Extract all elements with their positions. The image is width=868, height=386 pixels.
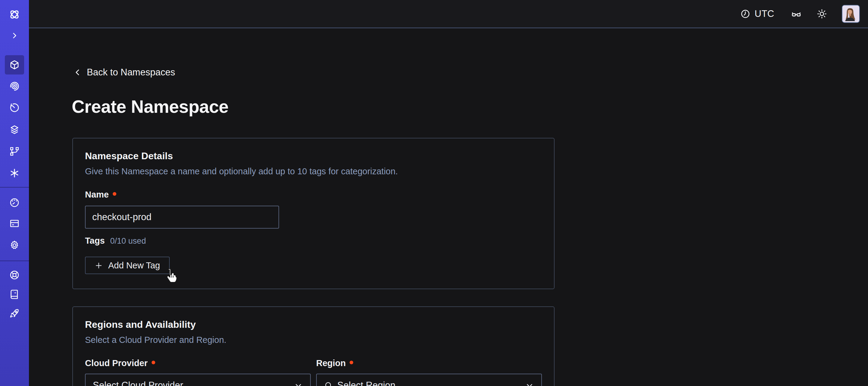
- region-label: Region: [316, 358, 346, 368]
- tags-label-row: Tags 0/10 used: [85, 236, 542, 246]
- back-to-namespaces-link[interactable]: Back to Namespaces: [73, 67, 175, 78]
- rocket-icon[interactable]: [9, 308, 20, 319]
- required-dot: [113, 192, 116, 196]
- cube-icon[interactable]: [9, 59, 20, 70]
- card-title: Regions and Availability: [85, 319, 542, 330]
- plus-icon: [95, 262, 103, 270]
- add-new-tag-label: Add New Tag: [108, 261, 160, 270]
- timezone-label: UTC: [755, 8, 774, 19]
- chevron-down-icon: [525, 381, 534, 386]
- region-label-row: Region: [316, 358, 542, 368]
- name-label: Name: [85, 190, 109, 200]
- region-select[interactable]: Select Region: [316, 374, 542, 386]
- layers-icon[interactable]: [9, 124, 20, 135]
- regions-availability-card: Regions and Availability Select a Cloud …: [72, 306, 555, 386]
- chevron-left-icon: [73, 68, 82, 77]
- back-link-label: Back to Namespaces: [87, 67, 175, 78]
- namespace-details-card: Namespace Details Give this Namespace a …: [72, 138, 555, 289]
- gear-icon[interactable]: [9, 240, 20, 250]
- asterisk-icon[interactable]: [9, 168, 20, 179]
- card-subtitle: Select a Cloud Provider and Region.: [85, 335, 542, 345]
- tags-counter: 0/10 used: [110, 236, 146, 246]
- gauge-icon[interactable]: [9, 197, 20, 208]
- timezone-selector[interactable]: UTC: [740, 8, 774, 19]
- temporal-logo-icon[interactable]: [8, 8, 21, 21]
- branch-icon[interactable]: [9, 146, 20, 157]
- cloud-provider-label: Cloud Provider: [85, 358, 148, 368]
- sun-icon[interactable]: [816, 8, 827, 19]
- search-icon: [324, 381, 333, 386]
- user-avatar[interactable]: [842, 5, 860, 23]
- cloud-provider-label-row: Cloud Provider: [85, 358, 311, 368]
- topbar: UTC: [29, 0, 868, 28]
- cloud-provider-select[interactable]: Select Cloud Provider: [85, 374, 311, 386]
- billing-card-icon[interactable]: [9, 218, 20, 229]
- sidebar-divider: [0, 187, 29, 187]
- card-subtitle: Give this Namespace a name and optionall…: [85, 167, 542, 176]
- chevron-right-icon[interactable]: [10, 32, 19, 39]
- sidebar-divider: [0, 261, 29, 261]
- region-value: Select Region: [337, 380, 396, 386]
- card-title: Namespace Details: [85, 150, 542, 161]
- book-icon[interactable]: [9, 289, 20, 299]
- timer-icon[interactable]: [9, 102, 20, 113]
- required-dot: [350, 361, 353, 364]
- target-icon[interactable]: [9, 81, 20, 92]
- required-dot: [152, 361, 155, 364]
- namespace-name-input[interactable]: [85, 206, 279, 229]
- clock-icon: [740, 9, 750, 19]
- sidebar: [0, 0, 29, 386]
- cloud-provider-value: Select Cloud Provider: [93, 380, 183, 386]
- tags-label: Tags: [85, 236, 105, 246]
- add-new-tag-button[interactable]: Add New Tag: [85, 257, 170, 274]
- chevron-down-icon: [294, 381, 303, 386]
- name-label-row: Name: [85, 190, 542, 200]
- page-title: Create Namespace: [72, 96, 228, 117]
- glasses-icon[interactable]: [790, 8, 802, 20]
- lifebuoy-icon[interactable]: [9, 270, 20, 280]
